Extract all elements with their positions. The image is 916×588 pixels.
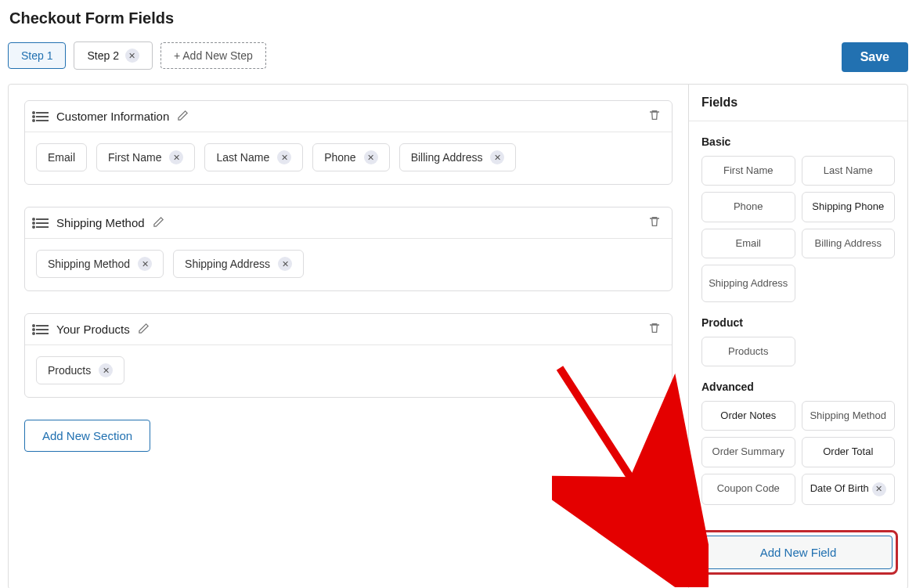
- section-title: Your Products: [56, 323, 130, 336]
- step-label: Step 2: [87, 49, 118, 62]
- edit-section-icon[interactable]: [138, 323, 150, 337]
- available-field[interactable]: Date Of Birth✕: [802, 474, 896, 505]
- field-label: Phone: [324, 151, 355, 164]
- section-card: Your ProductsProducts✕: [24, 313, 673, 398]
- available-field-label: Shipping Address: [709, 277, 788, 290]
- available-field: Coupon Code: [701, 474, 795, 505]
- drag-handle-icon[interactable]: [36, 112, 49, 121]
- remove-icon[interactable]: ✕: [125, 49, 139, 63]
- available-field: Shipping Address: [701, 265, 795, 302]
- steps-row: Step 1Step 2✕+ Add New Step: [8, 41, 908, 70]
- remove-icon[interactable]: ✕: [364, 150, 378, 164]
- available-field-label: Last Name: [824, 164, 873, 177]
- available-field-label: Billing Address: [815, 237, 882, 250]
- field-group-title: Product: [701, 316, 895, 329]
- section-card: Shipping MethodShipping Method✕Shipping …: [24, 207, 673, 291]
- available-field: Billing Address: [802, 229, 896, 258]
- field-chip[interactable]: Shipping Address✕: [173, 250, 304, 278]
- field-chip[interactable]: First Name✕: [96, 143, 195, 171]
- remove-icon[interactable]: ✕: [169, 150, 183, 164]
- available-field-label: Shipping Phone: [812, 200, 884, 213]
- field-chip[interactable]: Last Name✕: [204, 143, 303, 171]
- field-label: First Name: [108, 151, 161, 164]
- available-field: Shipping Method: [802, 401, 896, 431]
- field-label: Shipping Method: [48, 258, 130, 270]
- field-label: Shipping Address: [185, 258, 270, 270]
- available-field[interactable]: Shipping Phone: [802, 192, 896, 222]
- field-label: Products: [48, 364, 91, 377]
- delete-section-icon[interactable]: [648, 109, 661, 124]
- available-field-label: Order Summary: [712, 446, 784, 458]
- available-field: Phone: [701, 192, 795, 222]
- available-field: First Name: [701, 156, 795, 186]
- field-chip[interactable]: Phone✕: [312, 143, 389, 171]
- available-field: Products: [701, 337, 795, 366]
- remove-icon[interactable]: ✕: [277, 150, 291, 164]
- field-label: Billing Address: [411, 151, 483, 164]
- remove-icon[interactable]: ✕: [278, 257, 292, 271]
- add-field-highlight: Add New Field: [698, 530, 898, 575]
- available-field-label: Email: [735, 237, 761, 250]
- available-field-label: Coupon Code: [717, 482, 780, 495]
- field-label: Last Name: [216, 151, 269, 164]
- drag-handle-icon[interactable]: [36, 218, 49, 228]
- add-new-field-button[interactable]: Add New Field: [704, 536, 893, 569]
- available-field: Order Summary: [701, 437, 795, 467]
- field-chip[interactable]: Billing Address✕: [399, 143, 517, 171]
- field-group-title: Basic: [701, 135, 895, 148]
- available-field-label: Phone: [734, 200, 763, 213]
- field-group-title: Advanced: [701, 381, 895, 393]
- drag-handle-icon[interactable]: [36, 325, 49, 334]
- field-chip[interactable]: Products✕: [36, 356, 124, 384]
- remove-icon[interactable]: ✕: [99, 363, 113, 377]
- available-field-label: First Name: [723, 164, 774, 177]
- section-title: Customer Information: [56, 110, 169, 123]
- step-tab-2[interactable]: Step 2✕: [74, 41, 152, 70]
- available-field[interactable]: Order Notes: [701, 401, 795, 431]
- edit-section-icon[interactable]: [153, 216, 164, 230]
- section-card: Customer InformationEmailFirst Name✕Last…: [24, 100, 673, 185]
- available-field[interactable]: Order Total: [802, 437, 896, 467]
- available-field: Last Name: [802, 156, 896, 186]
- available-field-label: Products: [728, 345, 768, 358]
- add-step-button[interactable]: + Add New Step: [160, 42, 266, 69]
- field-chip[interactable]: Email: [36, 143, 87, 171]
- sidebar-title: Fields: [689, 85, 907, 121]
- save-button[interactable]: Save: [842, 42, 908, 72]
- section-title: Shipping Method: [56, 216, 145, 229]
- page-title: Checkout Form Fields: [9, 9, 908, 27]
- available-field-label: Shipping Method: [810, 409, 886, 422]
- remove-icon[interactable]: ✕: [138, 257, 152, 271]
- available-field-label: Date Of Birth: [810, 482, 869, 495]
- available-field: Email: [701, 229, 795, 258]
- available-field-label: Order Total: [823, 446, 873, 458]
- remove-icon[interactable]: ✕: [872, 482, 886, 496]
- field-label: Email: [48, 151, 75, 164]
- delete-section-icon[interactable]: [648, 322, 661, 337]
- step-tab-1[interactable]: Step 1: [8, 42, 66, 69]
- available-field-label: Order Notes: [720, 409, 776, 422]
- edit-section-icon[interactable]: [177, 110, 189, 124]
- field-chip[interactable]: Shipping Method✕: [36, 250, 164, 278]
- remove-icon[interactable]: ✕: [490, 150, 504, 164]
- delete-section-icon[interactable]: [648, 215, 661, 230]
- step-label: Step 1: [21, 49, 52, 62]
- add-section-button[interactable]: Add New Section: [24, 420, 150, 452]
